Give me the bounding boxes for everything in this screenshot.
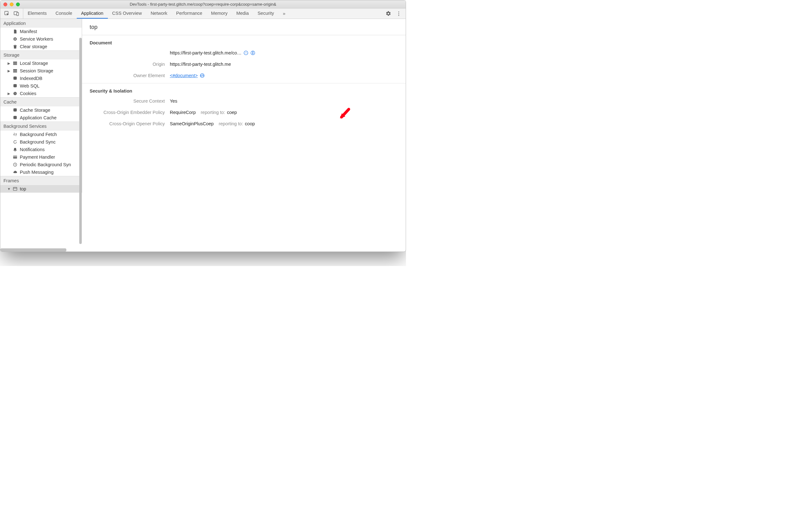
tab-memory[interactable]: Memory — [207, 9, 232, 18]
svg-point-13 — [15, 93, 16, 94]
tab-label: Elements — [28, 11, 46, 16]
sidebar-item-periodic-background-sync[interactable]: Periodic Background Syn — [0, 161, 82, 168]
window-title: DevTools - first-party-test.glitch.me/co… — [0, 2, 406, 6]
svg-rect-8 — [13, 72, 17, 73]
sidebar-item-label: Cookies — [20, 91, 36, 96]
owner-link[interactable]: <#document> — [170, 73, 198, 78]
inspect-element-icon[interactable] — [4, 11, 10, 16]
title-bar: DevTools - first-party-test.glitch.me/co… — [0, 0, 406, 9]
more-icon[interactable]: ⋮ — [396, 11, 401, 17]
sidebar-group-cache: Cache — [0, 97, 82, 107]
tab-label: Memory — [211, 11, 227, 16]
sidebar-item-label: top — [20, 186, 26, 192]
tab-label: Performance — [176, 11, 202, 16]
trash-icon — [13, 44, 17, 49]
sidebar-item-background-sync[interactable]: Background Sync — [0, 138, 82, 146]
coop-reporting-prefix: reporting to: — [219, 121, 243, 126]
sidebar-item-notifications[interactable]: Notifications — [0, 146, 82, 153]
sidebar-item-payment-handler[interactable]: Payment Handler — [0, 153, 82, 161]
sidebar-item-label: Background Sync — [20, 139, 56, 144]
tab-label: CSS Overview — [112, 11, 142, 16]
chevron-double-right-icon: » — [283, 11, 285, 16]
svg-rect-20 — [13, 187, 17, 191]
sidebar-item-local-storage[interactable]: ▶ Local Storage — [0, 59, 82, 67]
sidebar-item-frame-top[interactable]: ▼ top — [0, 185, 82, 193]
credit-card-icon — [13, 155, 17, 159]
minimize-window-button[interactable] — [10, 2, 14, 6]
sidebar-item-service-workers[interactable]: Service Workers — [0, 35, 82, 43]
sidebar-group-application: Application — [0, 19, 82, 28]
close-window-button[interactable] — [3, 2, 7, 6]
sidebar-item-cookies[interactable]: ▶ Cookies — [0, 90, 82, 97]
tab-application[interactable]: Application — [77, 9, 108, 18]
window-controls — [3, 2, 20, 6]
tab-security[interactable]: Security — [253, 9, 278, 18]
secure-context-label: Secure Context — [90, 99, 170, 103]
sidebar-item-background-fetch[interactable]: Background Fetch — [0, 131, 82, 138]
tabs-bar: Elements Console Application CSS Overvie… — [0, 9, 406, 19]
sidebar-item-manifest[interactable]: Manifest — [0, 28, 82, 35]
svg-rect-18 — [13, 156, 17, 157]
sidebar-item-label: Push Messaging — [20, 170, 54, 175]
svg-rect-6 — [13, 69, 17, 71]
sidebar-horizontal-scrollbar[interactable] — [0, 248, 66, 252]
tabs-list: Elements Console Application CSS Overvie… — [23, 9, 290, 18]
open-in-new-icon[interactable] — [243, 51, 248, 55]
tab-media[interactable]: Media — [232, 9, 253, 18]
swap-icon — [13, 132, 17, 137]
chevron-right-icon[interactable]: ▶ — [7, 61, 10, 66]
bell-icon — [13, 147, 17, 152]
tab-console[interactable]: Console — [51, 9, 76, 18]
window-icon — [13, 187, 17, 191]
tab-label: Media — [236, 11, 249, 16]
cloud-icon — [13, 170, 17, 174]
sidebar-item-clear-storage[interactable]: Clear storage — [0, 43, 82, 51]
chevron-down-icon[interactable]: ▼ — [7, 187, 10, 191]
refresh-icon[interactable] — [250, 51, 255, 55]
tab-overflow[interactable]: » — [278, 9, 290, 18]
fullscreen-window-button[interactable] — [16, 2, 20, 6]
tab-label: Console — [55, 11, 72, 16]
tab-performance[interactable]: Performance — [172, 9, 207, 18]
sidebar-item-label: Periodic Background Syn — [20, 162, 71, 167]
main-pane: top Document https://first-party-test.gl… — [82, 19, 406, 252]
sidebar-item-cache-storage[interactable]: Cache Storage — [0, 107, 82, 114]
database-icon — [13, 76, 17, 81]
coep-value: RequireCorp — [170, 110, 195, 115]
database-icon — [13, 84, 17, 88]
sidebar-vertical-scrollbar[interactable] — [79, 38, 82, 244]
coop-value: SameOriginPlusCoep — [170, 121, 214, 126]
tab-network[interactable]: Network — [146, 9, 172, 18]
sidebar-wrap: Application Manifest Service Workers Cle… — [0, 19, 82, 252]
row-origin: Origin https://first-party-test.glitch.m… — [82, 58, 406, 70]
chevron-right-icon[interactable]: ▶ — [7, 69, 10, 73]
reveal-in-elements-icon[interactable] — [200, 73, 205, 78]
settings-icon[interactable] — [386, 11, 391, 16]
tab-label: Application — [81, 11, 103, 16]
sidebar-item-websql[interactable]: Web SQL — [0, 82, 82, 90]
sidebar-group-background-services: Background Services — [0, 122, 82, 131]
sidebar-item-label: Local Storage — [20, 61, 48, 66]
origin-value: https://first-party-test.glitch.me — [170, 62, 231, 67]
row-coep: Cross-Origin Embedder Policy RequireCorp… — [82, 107, 406, 118]
tab-label: Network — [151, 11, 167, 16]
sidebar-item-application-cache[interactable]: Application Cache — [0, 114, 82, 122]
sidebar-item-indexeddb[interactable]: IndexedDB — [0, 74, 82, 82]
svg-point-14 — [15, 94, 15, 95]
secure-context-value: Yes — [170, 99, 177, 103]
sidebar-item-session-storage[interactable]: ▶ Session Storage — [0, 67, 82, 74]
row-coop: Cross-Origin Opener Policy SameOriginPlu… — [82, 118, 406, 129]
row-secure-context: Secure Context Yes — [82, 95, 406, 107]
sidebar-item-label: Web SQL — [20, 83, 40, 88]
sidebar-item-push-messaging[interactable]: Push Messaging — [0, 168, 82, 176]
coep-reporting-prefix: reporting to: — [201, 110, 225, 115]
svg-point-11 — [14, 92, 17, 95]
chevron-right-icon[interactable]: ▶ — [7, 92, 10, 96]
device-toolbar-icon[interactable] — [14, 11, 19, 16]
tab-css-overview[interactable]: CSS Overview — [108, 9, 146, 18]
tab-elements[interactable]: Elements — [23, 9, 51, 18]
coep-value-wrap: RequireCorp reporting to: coep — [170, 110, 237, 115]
sidebar[interactable]: Application Manifest Service Workers Cle… — [0, 19, 82, 193]
row-url: https://first-party-test.glitch.me/co… — [82, 47, 406, 58]
tab-label: Security — [258, 11, 274, 16]
